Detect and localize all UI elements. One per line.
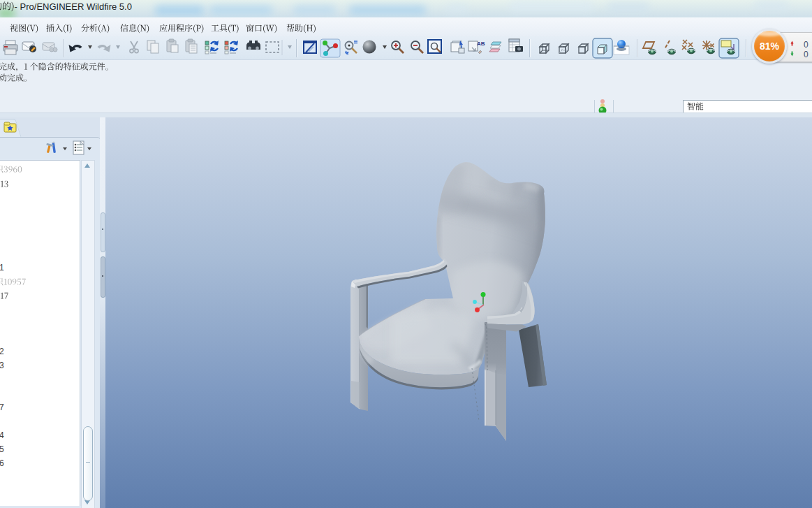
svg-text:0: 0 <box>804 40 809 50</box>
svg-text:AB: AB <box>477 41 485 47</box>
svg-text:0: 0 <box>804 50 809 59</box>
